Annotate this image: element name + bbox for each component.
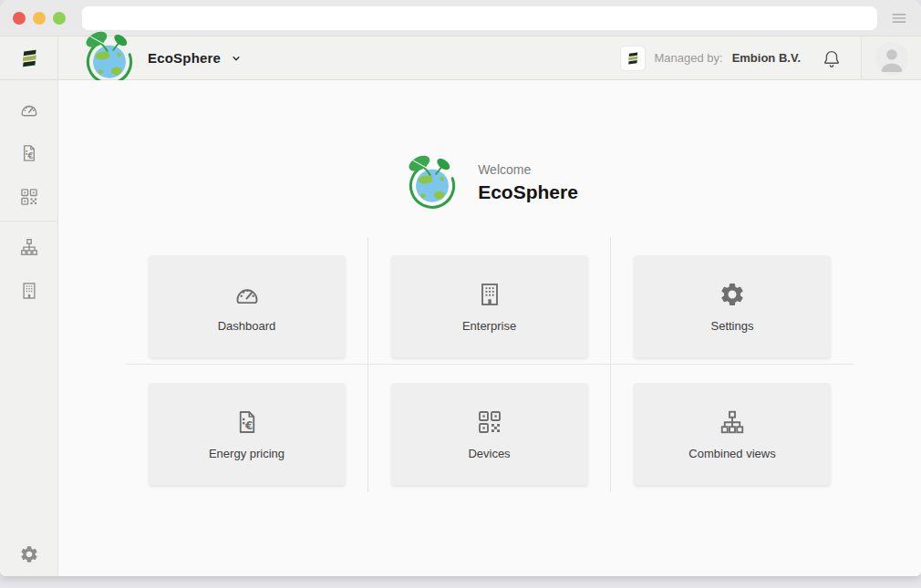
grid-cell: Devices	[368, 365, 611, 492]
managed-by-label: Managed by:	[654, 51, 722, 65]
page-background: EcoSphere Managed by: Embion B.V.	[0, 0, 921, 588]
card-label: Energy pricing	[209, 447, 285, 460]
welcome-greeting: Welcome	[478, 162, 578, 177]
grid-cell: Energy pricing	[126, 365, 368, 492]
embion-logo-icon	[17, 46, 41, 70]
card-label: Enterprise	[462, 319, 516, 333]
chevron-down-icon	[230, 52, 243, 65]
gauge-icon	[19, 99, 39, 119]
sidebar-divider	[0, 221, 58, 222]
grid-cell: Enterprise	[368, 237, 611, 365]
gear-icon	[19, 544, 39, 564]
welcome-block: Welcome EcoSphere	[58, 151, 921, 213]
card-devices[interactable]: Devices	[391, 383, 588, 485]
card-label: Devices	[468, 447, 510, 460]
card-grid: Dashboard Enterprise Settings	[126, 237, 854, 492]
building-icon	[476, 281, 503, 308]
avatar-cell	[861, 36, 921, 80]
traffic-lights	[13, 12, 66, 25]
document-euro-icon	[233, 408, 261, 436]
document-euro-icon	[19, 143, 39, 163]
user-avatar[interactable]	[875, 42, 908, 75]
main-content: Welcome EcoSphere Dashboard	[58, 80, 921, 576]
grid-cell: Combined views	[611, 365, 854, 492]
building-icon	[19, 281, 39, 301]
card-dashboard[interactable]: Dashboard	[149, 255, 346, 357]
hierarchy-icon	[19, 237, 39, 257]
sidebar-item-settings[interactable]	[0, 532, 58, 576]
devices-grid-icon	[476, 408, 503, 436]
card-settings[interactable]: Settings	[634, 255, 831, 357]
close-button[interactable]	[13, 12, 26, 25]
sidebar-item-enterprise[interactable]	[0, 269, 58, 313]
gauge-icon	[233, 281, 261, 308]
grid-cell: Dashboard	[126, 237, 368, 365]
devices-grid-icon	[19, 187, 39, 207]
managed-by-value: Embion B.V.	[732, 51, 801, 65]
brand-name: EcoSphere	[148, 50, 221, 66]
sidebar-item-combined-views[interactable]	[0, 225, 58, 269]
embion-logo-icon	[625, 50, 641, 67]
app-body: Welcome EcoSphere Dashboard	[0, 80, 921, 576]
card-label: Combined views	[688, 447, 775, 460]
browser-window: EcoSphere Managed by: Embion B.V.	[0, 0, 921, 576]
header-main: EcoSphere Managed by: Embion B.V.	[58, 36, 861, 80]
managed-by-logo-box	[621, 46, 645, 70]
card-label: Dashboard	[218, 319, 276, 333]
sidebar-item-dashboard[interactable]	[0, 88, 58, 131]
app-header: EcoSphere Managed by: Embion B.V.	[0, 36, 921, 80]
sidebar-logo-cell	[0, 36, 58, 80]
minimize-button[interactable]	[33, 12, 46, 25]
sidebar-item-devices[interactable]	[0, 175, 58, 219]
gear-icon	[719, 281, 746, 308]
managed-by: Managed by: Embion B.V.	[621, 46, 801, 70]
card-energy-pricing[interactable]: Energy pricing	[149, 383, 346, 485]
welcome-brand-name: EcoSphere	[478, 181, 578, 203]
card-enterprise[interactable]: Enterprise	[391, 255, 588, 357]
sidebar	[0, 80, 58, 576]
maximize-button[interactable]	[53, 12, 66, 25]
card-combined-views[interactable]: Combined views	[634, 383, 831, 485]
sidebar-item-energy-pricing[interactable]	[0, 131, 58, 175]
ecosphere-logo-icon	[401, 151, 463, 213]
grid-cell: Settings	[611, 237, 854, 365]
card-label: Settings	[711, 319, 754, 333]
bell-icon[interactable]	[821, 47, 843, 69]
hierarchy-icon	[719, 408, 746, 436]
hamburger-icon[interactable]	[890, 9, 908, 27]
